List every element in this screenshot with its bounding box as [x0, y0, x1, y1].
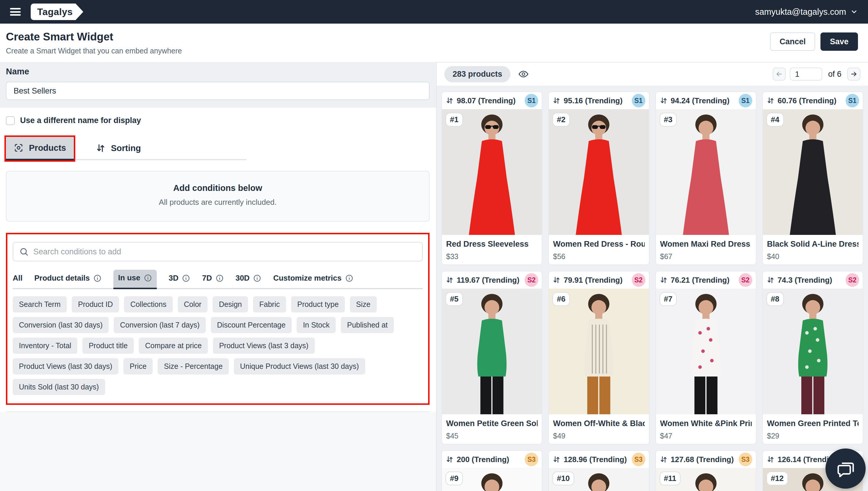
product-price: $49 — [553, 432, 644, 440]
product-title: Women Petite Green Solid ... — [446, 419, 538, 428]
product-info: Women Green Printed Top$29 — [763, 414, 863, 440]
condition-chip-discount-percentage[interactable]: Discount Percentage — [211, 317, 292, 333]
rank-badge: #12 — [766, 471, 788, 485]
product-card-5[interactable]: 119.67 (Trending)S2#5Women Petite Green … — [441, 271, 542, 444]
empty-state-title: Add conditions below — [6, 183, 429, 193]
sort-arrows-icon — [446, 96, 454, 105]
filter-tab-7d[interactable]: 7D — [202, 270, 224, 288]
condition-chip-product-type[interactable]: Product type — [291, 296, 345, 313]
condition-chip-units-sold-last-30-days[interactable]: Units Sold (last 30 days) — [13, 379, 105, 395]
logo-text: Tagalys — [37, 6, 73, 18]
product-card-2[interactable]: 95.16 (Trending)S1#2Women Red Dress - Ro… — [548, 91, 649, 265]
condition-chip-product-id[interactable]: Product ID — [72, 296, 119, 313]
preview-eye-button[interactable] — [518, 68, 529, 80]
product-card-8[interactable]: 74.3 (Trending)S2#8Women Green Printed T… — [762, 271, 863, 444]
sort-arrows-icon — [552, 455, 561, 464]
product-card-1[interactable]: 98.07 (Trending)S1#1Red Dress Sleeveless… — [441, 91, 542, 265]
info-icon — [144, 274, 152, 282]
previous-page-button[interactable] — [773, 67, 786, 81]
rank-badge: #4 — [766, 113, 784, 126]
display-name-checkbox[interactable] — [6, 116, 15, 125]
condition-chip-search-term[interactable]: Search Term — [13, 296, 67, 313]
condition-chip-product-views-last-30-days[interactable]: Product Views (last 30 days) — [13, 358, 118, 374]
display-name-checkbox-label: Use a different name for display — [20, 116, 141, 125]
cancel-button[interactable]: Cancel — [770, 32, 815, 51]
tab-sorting[interactable]: Sorting — [88, 137, 149, 159]
product-score: 94.24 (Trending) — [671, 96, 736, 105]
condition-chip-price[interactable]: Price — [123, 358, 152, 374]
condition-chip-size-percentage[interactable]: Size - Percentage — [158, 358, 229, 374]
score-tier-badge: S1 — [845, 94, 859, 107]
tagalys-logo[interactable]: Tagalys — [31, 3, 76, 20]
condition-chip-in-stock[interactable]: In Stock — [297, 317, 336, 333]
filter-tab-all[interactable]: All — [13, 270, 23, 288]
sort-arrows-icon — [660, 455, 668, 464]
display-name-checkbox-row[interactable]: Use a different name for display — [6, 116, 429, 125]
user-account-menu[interactable]: samyukta@tagalys.com — [755, 7, 858, 17]
product-info: Women Red Dress - Round...$56 — [549, 235, 649, 261]
score-tier-badge: S3 — [525, 453, 538, 466]
condition-chip-unique-product-views-last-30-days[interactable]: Unique Product Views (last 30 days) — [234, 358, 365, 374]
rank-badge: #7 — [660, 292, 677, 306]
product-score: 79.91 (Trending) — [564, 276, 628, 285]
product-card-4[interactable]: 60.76 (Trending)S1#4Black Solid A-Line D… — [762, 91, 863, 265]
product-card-6[interactable]: 79.91 (Trending)S2#6Women Off-White & Bl… — [548, 271, 649, 444]
condition-chip-published-at[interactable]: Published at — [341, 317, 394, 333]
product-card-3[interactable]: 94.24 (Trending)S1#3Women Maxi Red Dress… — [655, 91, 756, 265]
product-card-10[interactable]: 128.96 (Trending)S3#10 — [548, 450, 649, 491]
product-price: $33 — [446, 252, 538, 261]
condition-chip-color[interactable]: Color — [178, 296, 208, 313]
filter-tab-customize-metrics[interactable]: Customize metrics — [273, 270, 353, 288]
condition-chip-design[interactable]: Design — [213, 296, 248, 313]
condition-chip-conversion-last-30-days[interactable]: Conversion (last 30 days) — [13, 317, 109, 333]
condition-chip-fabric[interactable]: Fabric — [253, 296, 286, 313]
condition-chip-collections[interactable]: Collections — [124, 296, 172, 313]
product-card-11[interactable]: 127.68 (Trending)S3#11 — [655, 450, 756, 491]
arrow-right-icon — [850, 70, 858, 78]
chat-support-button[interactable] — [825, 449, 866, 489]
product-card-header: 127.68 (Trending)S3 — [656, 451, 756, 468]
info-icon — [345, 274, 354, 282]
product-photo — [549, 109, 649, 235]
product-card-9[interactable]: 200 (Trending)S3#9 — [441, 450, 542, 491]
save-button[interactable]: Save — [820, 32, 858, 51]
widget-form-panel: Name Use a different name for display Pr… — [0, 62, 436, 491]
menu-icon[interactable] — [10, 7, 22, 17]
product-score: 95.16 (Trending) — [564, 96, 628, 105]
product-info: Women Maxi Red Dress wi...$67 — [656, 235, 756, 261]
filter-tab-30d[interactable]: 30D — [235, 270, 261, 288]
tab-products[interactable]: Products — [6, 137, 74, 160]
filter-tab-product-details[interactable]: Product details — [34, 270, 102, 288]
arrow-left-icon — [775, 70, 783, 78]
next-page-button[interactable] — [847, 67, 860, 81]
rank-badge: #2 — [552, 113, 570, 126]
product-title: Women Green Printed Top — [767, 419, 859, 428]
filter-tab-3d[interactable]: 3D — [169, 270, 190, 288]
filter-tab-in-use[interactable]: In use — [113, 270, 157, 289]
product-price: $45 — [446, 432, 538, 440]
product-image: #3 — [656, 109, 756, 235]
product-card-7[interactable]: 76.21 (Trending)S2#7Women White &Pink Pr… — [655, 271, 756, 444]
product-card-header: 74.3 (Trending)S2 — [763, 271, 863, 289]
product-info: Women Petite Green Solid ...$45 — [442, 414, 542, 440]
condition-chip-size[interactable]: Size — [350, 296, 377, 313]
sort-arrows-icon — [766, 96, 775, 105]
condition-chip-conversion-last-7-days[interactable]: Conversion (last 7 days) — [114, 317, 206, 333]
condition-chip-inventory-total[interactable]: Inventory - Total — [13, 338, 77, 354]
search-conditions-input[interactable] — [13, 242, 423, 261]
page-count-label: of 6 — [828, 69, 841, 79]
condition-chip-compare-at-price[interactable]: Compare at price — [139, 338, 208, 354]
tab-products-label: Products — [29, 143, 66, 153]
condition-chip-product-views-last-3-days[interactable]: Product Views (last 3 days) — [213, 338, 314, 354]
pagination: of 6 — [773, 67, 860, 81]
rank-badge: #8 — [766, 292, 784, 306]
name-input[interactable] — [6, 82, 429, 100]
product-image: #8 — [763, 289, 863, 414]
filter-tab-label: 3D — [169, 273, 178, 283]
page-number-input[interactable] — [790, 67, 822, 81]
product-card-header: 94.24 (Trending)S1 — [656, 92, 756, 109]
product-score: 60.76 (Trending) — [778, 96, 843, 105]
product-title: Red Dress Sleeveless — [446, 239, 538, 249]
condition-chip-product-title[interactable]: Product title — [82, 338, 134, 354]
score-tier-badge: S1 — [525, 94, 538, 107]
